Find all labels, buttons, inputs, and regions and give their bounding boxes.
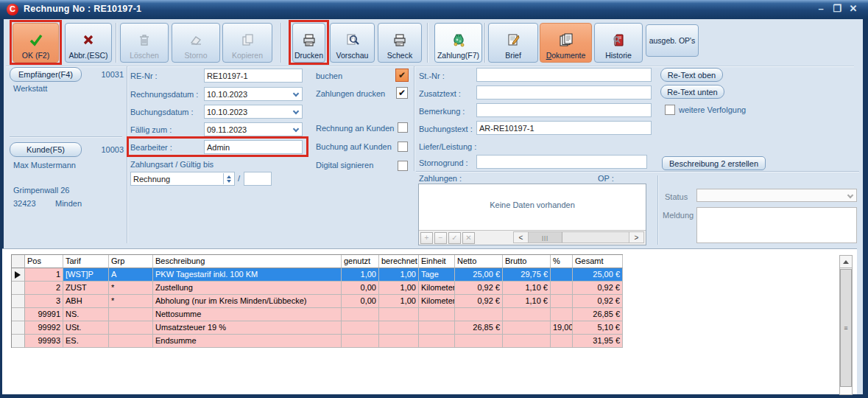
tax-number-input[interactable]	[476, 68, 652, 82]
delivery-label: Liefer/Leistung :	[419, 142, 476, 151]
table-row[interactable]: 3ABH*Abholung (nur im Kreis Minden/Lübbe…	[12, 295, 623, 308]
spinner-icon[interactable]	[223, 173, 233, 184]
hscroll-thumb[interactable]: |||	[529, 232, 562, 242]
preview-button[interactable]: Vorschau	[330, 23, 375, 63]
payment-type-combo[interactable]: Rechnung	[130, 172, 235, 186]
toolbar-separator	[484, 23, 486, 63]
toolbar-separator	[116, 23, 117, 63]
column-header[interactable]: Brutto	[503, 255, 551, 268]
scheck-button[interactable]: Scheck	[378, 23, 422, 63]
due-date-combo[interactable]: 09.11.2023	[204, 122, 303, 136]
scroll-up-button[interactable]	[840, 256, 852, 268]
column-header[interactable]: Pos	[25, 255, 63, 268]
minimize-button[interactable]: –	[814, 3, 828, 14]
printer-icon	[303, 30, 316, 49]
payment-button[interactable]: Zahlung(F7)	[434, 23, 482, 63]
recipient-button[interactable]: Empfänger(F4)	[10, 67, 82, 82]
invoice-date-combo[interactable]: 10.10.2023	[204, 87, 303, 101]
further-tracking-checkbox[interactable]	[665, 105, 675, 115]
table-row[interactable]: 1[WST]PAPKW Tagestarif inkl. 100 KM1,001…	[12, 268, 623, 282]
table-cell: *	[109, 282, 153, 295]
table-row[interactable]: 2ZUST*Zustellung0,001,00Kilometer0,92 €1…	[12, 282, 623, 295]
table-cell: Zustellung	[153, 282, 342, 295]
column-header[interactable]: %	[551, 255, 573, 268]
table-cell	[342, 321, 379, 335]
column-header[interactable]: Netto	[455, 255, 503, 268]
storno-button[interactable]: Storno	[172, 23, 220, 63]
table-cell	[419, 335, 455, 348]
letter-button[interactable]: Brief	[488, 23, 538, 63]
scroll-left-button[interactable]: <	[514, 232, 529, 242]
print-button[interactable]: Drucken	[292, 23, 325, 63]
column-header[interactable]: Gesamt	[573, 255, 623, 268]
column-header[interactable]: berechnet	[379, 255, 419, 268]
remove-payment-button[interactable]: −	[434, 232, 447, 244]
book-checkbox[interactable]: ✔	[395, 69, 409, 82]
additional-text-input[interactable]	[476, 85, 652, 100]
close-button[interactable]: ✕	[847, 3, 860, 14]
table-cell: Abholung (nur im Kreis Minden/Lübbecke)	[153, 295, 342, 308]
table-cell: 1,00	[379, 295, 419, 308]
cancel-reason-input[interactable]	[476, 155, 647, 169]
scroll-right-button[interactable]: >	[629, 232, 643, 242]
column-header[interactable]: genutzt	[342, 255, 379, 268]
booking-date-combo[interactable]: 10.10.2023	[204, 105, 303, 119]
table-row[interactable]: 99991NS.Nettosumme26,85 €	[12, 308, 623, 321]
status-combo[interactable]	[696, 189, 857, 202]
booking-text-input[interactable]	[476, 121, 652, 135]
table-cell: [WST]P	[63, 268, 109, 282]
message-textarea[interactable]	[696, 207, 857, 243]
table-cell: 19,00	[551, 321, 573, 335]
table-row[interactable]: 99993ES.Endsumme31,95 €	[12, 335, 623, 348]
table-cell	[342, 308, 379, 321]
documents-button[interactable]: Dokumente	[540, 23, 592, 63]
history-button[interactable]: Historie	[594, 23, 643, 63]
confirm-payment-button[interactable]: ✓	[448, 232, 461, 244]
maximize-button[interactable]: ❐	[830, 3, 844, 14]
table-row[interactable]: 99992USt.Umsatzsteuer 19 %26,85 €19,005,…	[12, 321, 623, 335]
re-text-bottom-button[interactable]: Re-Text unten	[660, 85, 724, 99]
cancel-payment-button[interactable]: ✕	[462, 232, 475, 244]
table-cell: 0,92 €	[573, 295, 623, 308]
copy-button[interactable]: Kopieren	[222, 23, 272, 63]
documents-icon	[559, 30, 574, 49]
table-cell: Nettosumme	[153, 308, 342, 321]
payments-hscrollbar[interactable]: < ||| >	[513, 231, 644, 243]
cancel-button[interactable]: Abbr.(ESC)	[65, 23, 112, 63]
table-cell: ZUST	[63, 282, 109, 295]
digital-sign-checkbox[interactable]	[398, 161, 408, 171]
customer-button[interactable]: Kunde(F5)	[10, 142, 82, 157]
table-cell: 0,00	[342, 295, 379, 308]
remark-input[interactable]	[476, 103, 652, 117]
valid-until-input[interactable]	[244, 172, 272, 186]
table-cell	[551, 335, 573, 348]
column-header[interactable]: Einheit	[419, 255, 455, 268]
table-cell: 0,00	[342, 282, 379, 295]
booking-to-customer-checkbox-label: Buchung auf Kunden	[316, 142, 392, 151]
invoice-to-customer-checkbox[interactable]	[398, 122, 408, 133]
open-items-button[interactable]: ausgeb. OP's	[646, 24, 699, 57]
editor-input[interactable]	[204, 140, 303, 154]
booking-to-customer-checkbox[interactable]	[398, 142, 408, 152]
table-cell: *	[109, 295, 153, 308]
titlebar: C Rechnung No : RE10197-1 – ❐ ✕	[0, 0, 868, 19]
chevron-down-icon	[293, 108, 299, 114]
create-description2-button[interactable]: Beschreibung 2 erstellen	[662, 156, 766, 170]
column-header[interactable]: Beschreibung	[153, 255, 342, 268]
delete-button[interactable]: Löschen	[120, 23, 169, 63]
line-items-table: PosTarifGrpBeschreibunggenutztberechnetE…	[11, 254, 623, 348]
invoice-to-customer-checkbox-label: Rechnung an Kunden	[316, 124, 394, 133]
column-header[interactable]: Tarif	[63, 255, 109, 268]
add-payment-button[interactable]: +	[420, 232, 433, 244]
ok-button[interactable]: OK (F2)	[13, 23, 59, 63]
table-vscrollbar[interactable]: ≡	[839, 255, 853, 395]
print-payments-checkbox[interactable]: ✔	[396, 87, 408, 99]
table-cell: 99993	[25, 335, 63, 348]
re-nr-input[interactable]	[204, 69, 303, 83]
column-header[interactable]: Grp	[109, 255, 153, 268]
booking-text-label: Buchungstext :	[419, 125, 473, 133]
panel-divider-2	[414, 66, 415, 171]
payments-grid: Keine Daten vorhanden + − ✓ ✕ < ||| >	[418, 184, 646, 245]
vscroll-thumb[interactable]: ≡	[840, 269, 852, 387]
re-text-top-button[interactable]: Re-Text oben	[660, 68, 723, 82]
